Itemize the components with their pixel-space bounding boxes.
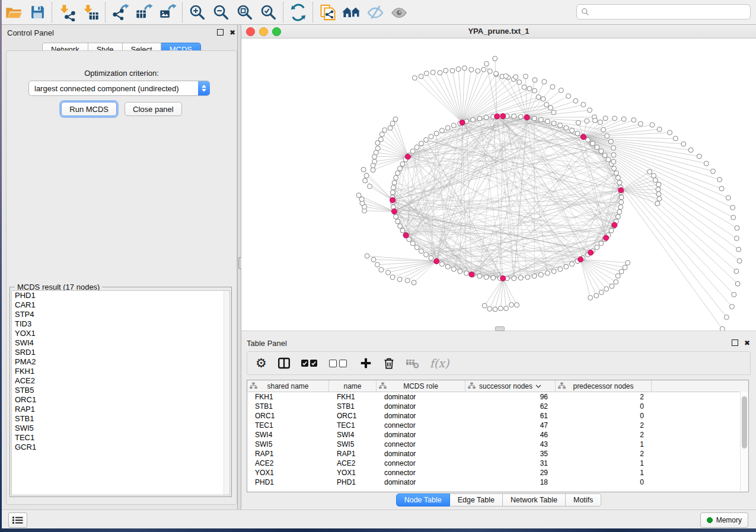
close-panel-icon[interactable]: ✖ <box>744 340 750 346</box>
leaf-node[interactable] <box>604 287 609 291</box>
table-cell[interactable]: dominator <box>377 431 465 439</box>
leaf-node[interactable] <box>610 284 614 289</box>
network-node[interactable] <box>477 274 482 278</box>
network-node[interactable] <box>392 180 397 185</box>
leaf-node[interactable] <box>487 69 492 73</box>
dominator-node[interactable] <box>612 222 617 227</box>
leaf-node[interactable] <box>462 66 467 70</box>
mcds-result-item[interactable]: TEC1 <box>12 433 229 443</box>
leaf-node[interactable] <box>424 71 429 76</box>
network-node[interactable] <box>619 200 624 204</box>
leaf-node[interactable] <box>615 274 620 278</box>
leaf-node[interactable] <box>737 258 742 263</box>
network-node[interactable] <box>551 121 556 126</box>
table-cell[interactable]: 1 <box>556 440 652 448</box>
network-node[interactable] <box>532 274 537 278</box>
leaf-node[interactable] <box>656 182 661 187</box>
table-cell[interactable]: ORC1 <box>247 412 329 420</box>
network-node[interactable] <box>614 171 618 175</box>
table-cell[interactable]: FKH1 <box>329 393 377 401</box>
leaf-node[interactable] <box>652 174 656 178</box>
leaf-node[interactable] <box>653 178 658 182</box>
table-row[interactable]: PHD1PHD1dominator180 <box>247 477 748 487</box>
table-cell[interactable]: ACE2 <box>247 459 329 467</box>
network-node[interactable] <box>595 145 599 150</box>
table-cell[interactable]: STB1 <box>329 402 377 411</box>
leaf-node[interactable] <box>603 116 608 121</box>
show-all-networks-button[interactable] <box>340 2 363 23</box>
table-row[interactable]: RAP1RAP1dominator352 <box>247 449 748 459</box>
network-node[interactable] <box>395 171 400 175</box>
leaf-node[interactable] <box>390 275 395 280</box>
dominator-node[interactable] <box>469 272 474 277</box>
result-scrollbar-track[interactable] <box>224 291 229 495</box>
leaf-node[interactable] <box>522 85 527 89</box>
mcds-result-item[interactable]: PHD1 <box>12 291 229 300</box>
leaf-node[interactable] <box>412 280 416 285</box>
zoom-in-button[interactable] <box>186 2 209 23</box>
table-cell[interactable]: 2 <box>556 421 652 430</box>
leaf-node[interactable] <box>611 153 616 158</box>
dominator-node[interactable] <box>581 134 586 140</box>
export-image-button[interactable] <box>156 2 180 23</box>
network-node[interactable] <box>484 275 489 280</box>
table-cell[interactable]: 0 <box>556 402 652 411</box>
show-columns-button[interactable] <box>277 356 291 370</box>
leaf-node[interactable] <box>681 142 686 146</box>
network-canvas[interactable] <box>241 39 756 331</box>
leaf-node[interactable] <box>566 94 571 98</box>
network-node[interactable] <box>398 224 403 229</box>
leaf-node[interactable] <box>619 269 624 274</box>
table-cell[interactable]: STB1 <box>247 402 329 411</box>
network-node[interactable] <box>477 116 482 121</box>
network-node[interactable] <box>525 275 530 280</box>
network-node[interactable] <box>491 275 496 280</box>
table-cell[interactable]: dominator <box>377 478 465 486</box>
leaf-node[interactable] <box>621 117 626 121</box>
leaf-node[interactable] <box>551 110 556 115</box>
leaf-node[interactable] <box>397 277 402 282</box>
network-node[interactable] <box>518 275 523 280</box>
dominator-node[interactable] <box>588 250 594 255</box>
table-cell[interactable]: 61 <box>465 412 556 420</box>
criterion-dropdown[interactable]: largest connected component (undirected) <box>28 81 210 96</box>
network-node[interactable] <box>390 190 395 195</box>
network-node[interactable] <box>545 271 550 275</box>
leaf-node[interactable] <box>613 116 617 121</box>
table-row[interactable]: ACE2ACE2connector311 <box>247 459 748 468</box>
leaf-node[interactable] <box>735 226 739 230</box>
leaf-node[interactable] <box>378 137 383 142</box>
network-node[interactable] <box>545 119 550 124</box>
table-cell[interactable]: RAP1 <box>329 450 377 458</box>
leaf-node[interactable] <box>487 306 492 311</box>
column-header-successor-nodes[interactable]: successor nodes <box>465 380 556 392</box>
network-node[interactable] <box>538 117 543 122</box>
leaf-node[interactable] <box>724 315 729 320</box>
mcds-result-item[interactable]: STB5 <box>12 386 229 395</box>
leaf-node[interactable] <box>365 254 369 258</box>
network-node[interactable] <box>424 252 429 257</box>
leaf-node[interactable] <box>390 121 395 126</box>
network-node[interactable] <box>484 115 489 120</box>
mcds-result-item[interactable]: ORC1 <box>12 395 229 405</box>
leaf-node[interactable] <box>523 74 528 79</box>
leaf-node[interactable] <box>532 88 537 93</box>
open-file-button[interactable] <box>2 2 25 23</box>
leaf-node[interactable] <box>657 127 662 132</box>
network-node[interactable] <box>424 137 429 142</box>
table-cell[interactable]: SWI4 <box>329 431 377 439</box>
network-node[interactable] <box>451 123 456 128</box>
dominator-node[interactable] <box>524 115 529 120</box>
leaf-node[interactable] <box>601 127 606 132</box>
leaf-node[interactable] <box>638 121 643 126</box>
leaf-node[interactable] <box>598 120 602 124</box>
leaf-node[interactable] <box>704 161 709 166</box>
table-cell[interactable]: FKH1 <box>247 393 329 401</box>
network-graph[interactable] <box>241 39 756 331</box>
leaf-node[interactable] <box>650 123 655 127</box>
network-node[interactable] <box>398 166 403 171</box>
table-cell[interactable]: PHD1 <box>329 478 377 486</box>
network-node[interactable] <box>464 271 469 275</box>
import-table-button[interactable] <box>79 2 103 23</box>
column-header-predecessor-nodes[interactable]: predecessor nodes <box>556 380 652 392</box>
